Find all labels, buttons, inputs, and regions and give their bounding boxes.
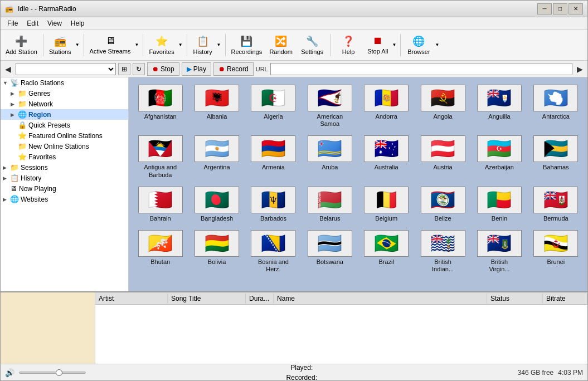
record-button[interactable]: ⏺ Record [213,62,254,76]
sidebar-item-now-playing[interactable]: 🖥 Now Playing [1,183,128,194]
help-icon: ❓ [342,35,354,47]
country-item-bs[interactable]: 🇧🇸 Bahamas [529,133,583,181]
country-item-dz[interactable]: 🇩🇿 Algeria [246,82,300,130]
back-button[interactable]: ◀ [3,63,13,75]
help-button[interactable]: ❓ Help [333,32,363,58]
country-item-aq[interactable]: 🇦🇶 Antarctica [529,82,583,130]
country-name-vg: BritishVirgin... [489,258,509,273]
sidebar-item-websites[interactable]: ▶ 🌐 Websites [1,194,128,204]
go-button[interactable]: ▶ [575,63,585,75]
stop-all-button[interactable]: ⏹ Stop All [365,32,391,58]
country-item-aw[interactable]: 🇦🇼 Aruba [303,133,357,181]
active-streams-arrow[interactable]: ▼ [134,32,140,58]
sidebar-item-featured[interactable]: ⭐ Featured Online Stations [1,130,128,141]
country-item-ar[interactable]: 🇦🇷 Argentina [189,133,244,181]
minimize-button[interactable]: ─ [537,3,552,14]
country-name-bn: Brunei [547,258,565,266]
col-status[interactable]: Status [487,294,543,304]
country-item-br[interactable]: 🇧🇷 Brazil [359,227,414,276]
country-flag-aq: 🇦🇶 [533,85,578,111]
country-item-vg[interactable]: 🇻🇬 BritishVirgin... [472,227,526,276]
sidebar-item-sessions[interactable]: ▶ 📁 Sessions [1,162,128,173]
random-button[interactable]: 🔀 Random [266,32,296,58]
recordings-button[interactable]: 💾 Recordings [229,32,265,58]
history-arrow[interactable]: ▼ [216,32,222,58]
country-item-bo[interactable]: 🇧🇴 Bolivia [189,227,244,276]
country-item-af[interactable]: 🇦🇫 Afghanistan [133,82,187,130]
active-streams-button[interactable]: 🖥 Active Streams [87,32,134,58]
country-item-at[interactable]: 🇦🇹 Austria [416,133,470,181]
close-button[interactable]: ✕ [568,3,583,14]
toolbar-sep-6 [330,34,331,56]
sidebar-item-radio-stations[interactable]: ▼ 📡 Radio Stations [1,77,128,88]
stop-all-arrow[interactable]: ▼ [391,32,397,58]
country-item-bt[interactable]: 🇧🇹 Bhutan [133,227,187,276]
col-bitrate[interactable]: Bitrate [543,294,587,304]
favorites-label: Favorites [149,48,174,55]
country-item-al[interactable]: 🇦🇱 Albania [189,82,244,130]
refresh-icon[interactable]: ↻ [133,63,145,75]
country-item-bw[interactable]: 🇧🇼 Botswana [303,227,357,276]
country-item-ad[interactable]: 🇦🇩 Andorra [359,82,414,130]
country-item-bj[interactable]: 🇧🇯 Benin [472,184,526,225]
browser-button[interactable]: 🌐 Browser [404,32,434,58]
country-item-az[interactable]: 🇦🇿 Azerbaijan [472,133,526,181]
sidebar-item-region[interactable]: ▶ 🌐 Region [1,109,128,120]
stop-label: Stop [161,65,174,73]
play-button[interactable]: ▶ Play [182,62,211,76]
country-item-ba[interactable]: 🇧🇦 Bosnia andHerz. [246,227,300,276]
country-item-bn[interactable]: 🇧🇳 Brunei [529,227,583,276]
country-item-by[interactable]: 🇧🇾 Belarus [303,184,357,225]
menu-file[interactable]: File [3,18,22,28]
country-item-ao[interactable]: 🇦🇴 Angola [416,82,470,130]
country-flag-at: 🇦🇹 [421,135,465,162]
menu-edit[interactable]: Edit [22,18,43,28]
sidebar-item-genres[interactable]: ▶ 📁 Genres [1,88,128,99]
country-item-io[interactable]: 🇮🇴 BritishIndian... [416,227,470,276]
favorites-arrow[interactable]: ▼ [177,32,184,58]
col-name[interactable]: Name [274,294,487,304]
country-item-bd[interactable]: 🇧🇩 Bangladesh [189,184,244,225]
col-duration[interactable]: Dura... [246,294,274,304]
country-flag-aw: 🇦🇼 [308,135,352,162]
country-item-am[interactable]: 🇦🇲 Armenia [246,133,300,181]
record-icon: ⏺ [218,65,225,73]
menu-view[interactable]: View [43,18,66,28]
url-input[interactable] [270,63,572,75]
country-item-bh[interactable]: 🇧🇭 Bahrain [133,184,187,225]
country-item-as[interactable]: 🇦🇸 AmericanSamoa [303,82,357,130]
titlebar: 📻 Idle - - RarmaRadio ─ □ ✕ [1,1,587,17]
country-item-bb[interactable]: 🇧🇧 Barbados [246,184,300,225]
country-item-au[interactable]: 🇦🇺 Australia [359,133,414,181]
stations-arrow[interactable]: ▼ [74,32,81,58]
station-selector[interactable] [16,63,116,75]
volume-thumb[interactable] [56,369,62,376]
country-item-be[interactable]: 🇧🇪 Belgium [359,184,414,225]
now-playing-label: Now Playing [19,185,56,193]
sidebar-item-favorites[interactable]: ⭐ Favorites [1,152,128,162]
favorites-tree-icon: ⭐ [18,153,27,161]
col-song-title[interactable]: Song Title [168,294,246,304]
col-artist[interactable]: Artist [95,294,168,304]
browser-arrow[interactable]: ▼ [434,32,440,58]
volume-slider[interactable] [19,372,86,374]
country-item-ai[interactable]: 🇦🇮 Anguilla [472,82,526,130]
stop-button[interactable]: ⏺ Stop [147,62,179,76]
sidebar-item-quick-presets[interactable]: 🔒 Quick Presets [1,120,128,130]
menu-help[interactable]: Help [66,18,89,28]
add-station-button[interactable]: ➕ Add Station [3,32,40,58]
sidebar-item-history[interactable]: ▶ 📋 History [1,173,128,183]
recorded-label: Recorded: [286,374,317,382]
country-item-ag[interactable]: 🇦🇬 Antigua andBarbuda [133,133,187,181]
favorites-button[interactable]: ⭐ Favorites [146,32,177,58]
stations-button[interactable]: 📻 Stations [46,32,74,58]
sidebar-item-network[interactable]: ▶ 📁 Network [1,99,128,109]
main-area: ▼ 📡 Radio Stations ▶ 📁 Genres ▶ 📁 Networ… [1,77,587,291]
grid-view-icon[interactable]: ⊞ [118,63,130,75]
country-item-bm[interactable]: 🇧🇲 Bermuda [529,184,583,225]
history-button[interactable]: 📋 History [190,32,216,58]
sidebar-item-new-online[interactable]: 📁 New Online Stations [1,141,128,152]
settings-button[interactable]: 🔧 Settings [297,32,327,58]
country-item-bz[interactable]: 🇧🇿 Belize [416,184,470,225]
maximize-button[interactable]: □ [553,3,567,14]
